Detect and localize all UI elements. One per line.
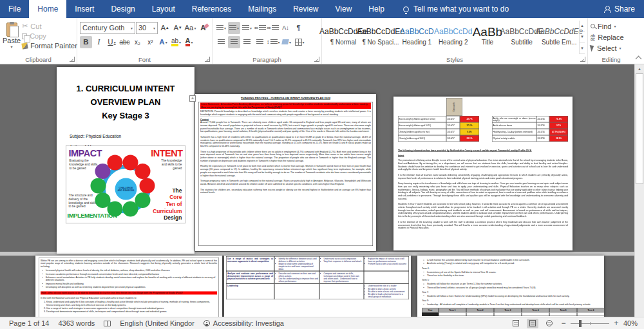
- shading-button[interactable]: ▾: [281, 36, 293, 48]
- page-indicator[interactable]: Page 1 of 14: [9, 319, 49, 327]
- document-page-4[interactable]: Within PE we are aiming to offer a diver…: [35, 256, 222, 317]
- print-layout-button[interactable]: [527, 319, 538, 328]
- styles-scroll-up[interactable]: ▲: [580, 21, 585, 32]
- tab-layout[interactable]: Layout: [144, 0, 184, 18]
- scroll-up-arrow[interactable]: ▲: [635, 64, 644, 73]
- strikethrough-button[interactable]: abc: [118, 36, 131, 48]
- zoom-slider-thumb[interactable]: [579, 320, 582, 327]
- tab-mailings[interactable]: Mailings: [240, 0, 285, 18]
- tab-view[interactable]: View: [327, 0, 361, 18]
- style-subtle-emphasis[interactable]: AaBbCcDdEe Subtle Em...: [541, 21, 577, 52]
- show-formatting-button[interactable]: ¶: [292, 22, 305, 34]
- justify-button[interactable]: [254, 36, 266, 48]
- tab-references[interactable]: References: [184, 0, 240, 18]
- document-page-3[interactable]: Tamworth Excess weight (children aged fo…: [393, 97, 573, 250]
- zoom-slider[interactable]: [571, 323, 609, 324]
- style-heading1[interactable]: AaBbCcD Heading 1: [400, 21, 434, 52]
- zoom-out-button[interactable]: −: [560, 319, 567, 328]
- styles-scroll-down[interactable]: ▼: [580, 32, 585, 42]
- document-canvas[interactable]: 1. CURRICULUM INTENT OVERVIEW PLAN Key S…: [0, 64, 644, 317]
- body-paragraph: Tamworth has a high level of residents w…: [200, 135, 371, 147]
- align-right-button[interactable]: [241, 36, 253, 48]
- tab-review[interactable]: Review: [285, 0, 327, 18]
- font-family-dropdown-arrow[interactable]: ▾: [131, 26, 133, 30]
- copy-icon: [22, 33, 27, 39]
- font-color-button[interactable]: A▾: [183, 36, 195, 48]
- italic-button[interactable]: I: [93, 36, 105, 48]
- tab-file[interactable]: File: [0, 0, 29, 18]
- tab-help[interactable]: Help: [360, 0, 393, 18]
- tab-insert[interactable]: Insert: [66, 0, 102, 18]
- font-family-combo[interactable]: Century Goth ▾: [80, 22, 135, 34]
- align-center-button[interactable]: [228, 36, 240, 48]
- skill-bullet: Explain the impact of various tactics wi…: [368, 258, 408, 263]
- line-spacing-icon: [270, 39, 278, 45]
- shrink-font-button[interactable]: A▾: [171, 22, 184, 34]
- style-heading2[interactable]: AaBbCcDd Heading 2: [435, 21, 471, 52]
- share-button[interactable]: Share: [594, 0, 644, 18]
- style-subtitle[interactable]: AaBbCcDdE Subtitle: [504, 21, 540, 52]
- text-effects-button[interactable]: A▾: [157, 36, 169, 48]
- document-page-1[interactable]: 1. CURRICULUM INTENT OVERVIEW PLAN Key S…: [57, 67, 194, 254]
- web-layout-button[interactable]: [544, 319, 555, 328]
- collapse-ribbon-button[interactable]: [636, 56, 642, 62]
- cut-button[interactable]: ✂ Cut: [22, 22, 77, 30]
- paste-button[interactable]: Paste ▾: [3, 21, 21, 54]
- tab-home[interactable]: Home: [29, 0, 66, 18]
- zoom-in-button[interactable]: +: [613, 319, 620, 328]
- language-indicator[interactable]: English (United Kingdor: [120, 319, 194, 327]
- style-title[interactable]: AaBb Title: [473, 21, 502, 52]
- decrease-indent-button[interactable]: ⇦: [254, 22, 266, 34]
- curriculum-aims-list: Know, understand and apply the 6 key con…: [41, 301, 217, 314]
- select-button[interactable]: Select ▾: [591, 42, 632, 53]
- style-no-spacing[interactable]: AaBbCcDdEe ¶ No Spaci...: [363, 21, 399, 52]
- styles-dialog-launcher[interactable]: [580, 57, 585, 62]
- table-move-handle[interactable]: +: [189, 95, 196, 102]
- borders-icon: [295, 39, 302, 46]
- borders-button[interactable]: ▾: [294, 36, 306, 48]
- styles-gallery-more[interactable]: ▼: [580, 43, 585, 54]
- font-size-dropdown-arrow[interactable]: ▾: [153, 26, 155, 30]
- skill-bullet: Describe and comment on their own and ot…: [279, 272, 319, 277]
- superscript-button[interactable]: x²: [144, 36, 156, 48]
- implementation-caption: The structure and delivery of the knowle…: [69, 194, 97, 209]
- read-mode-button[interactable]: [510, 319, 522, 328]
- grow-font-button[interactable]: A▴: [158, 22, 171, 34]
- paste-dropdown-arrow[interactable]: ▾: [11, 44, 13, 49]
- align-left-button[interactable]: [215, 36, 227, 48]
- underline-button[interactable]: U▾: [106, 36, 118, 48]
- bold-button[interactable]: B: [80, 36, 92, 48]
- word-count[interactable]: 4363 words: [58, 319, 95, 327]
- line-spacing-button[interactable]: ↕▾: [267, 36, 280, 48]
- find-button[interactable]: Find ▾: [591, 21, 632, 32]
- clipboard-dialog-launcher[interactable]: [70, 57, 75, 62]
- accessibility-status[interactable]: Accessibility: Investiga: [204, 319, 284, 327]
- proofing-status[interactable]: [104, 321, 111, 326]
- clear-formatting-button[interactable]: A: [197, 22, 209, 34]
- multilevel-list-button[interactable]: ▾: [241, 22, 253, 34]
- copy-button[interactable]: Copy: [22, 32, 77, 40]
- replace-button[interactable]: abac Replace: [591, 32, 632, 42]
- style-normal[interactable]: AaBbCcDdEe ¶ Normal: [325, 21, 361, 52]
- sort-button[interactable]: A↓: [279, 22, 292, 34]
- text-highlight-button[interactable]: ab▾: [170, 36, 182, 48]
- font-dialog-launcher[interactable]: [205, 57, 210, 62]
- zoom-percentage[interactable]: 40%: [623, 319, 638, 327]
- tell-me-box[interactable]: Tell me what you want to do: [403, 0, 509, 18]
- share-label: Share: [614, 5, 635, 14]
- bullets-button[interactable]: ▾: [215, 22, 227, 34]
- document-page-2[interactable]: THINKING PROCESS - CURRICULUM INTENT OVE…: [195, 94, 376, 251]
- font-size-combo[interactable]: 30 ▾: [136, 22, 158, 34]
- tab-design[interactable]: Design: [102, 0, 143, 18]
- document-page-6[interactable]: LJ will monitor the activities delivered…: [417, 256, 604, 317]
- scrollbar-thumb[interactable]: [636, 73, 643, 184]
- term-bullet: There will be formal athletics sessions …: [427, 286, 600, 289]
- paragraph-dialog-launcher[interactable]: [314, 57, 319, 62]
- increase-indent-button[interactable]: ⇨: [267, 22, 279, 34]
- vertical-scrollbar[interactable]: ▲: [634, 64, 644, 317]
- change-case-button[interactable]: Aa▾: [184, 22, 196, 34]
- document-page-5[interactable]: Use a range of tactics and strategies to…: [224, 256, 411, 317]
- numbering-button[interactable]: ▾: [228, 22, 240, 34]
- subscript-button[interactable]: x₂: [131, 36, 144, 48]
- format-painter-button[interactable]: Format Painter: [22, 42, 77, 50]
